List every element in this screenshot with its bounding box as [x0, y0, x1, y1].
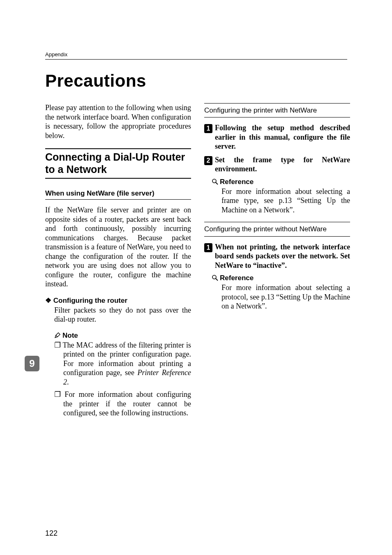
- subheading-with-netware: Configuring the printer with NetWare: [204, 103, 350, 117]
- chapter-tab: 9: [25, 356, 39, 371]
- page-number: 122: [45, 529, 58, 538]
- running-header: Appendix: [45, 51, 347, 60]
- svg-point-2: [212, 275, 216, 279]
- note-item-1-tail: .: [67, 378, 69, 386]
- step-b1: 1 When not printing, the network interfa…: [204, 242, 350, 270]
- note-item-2: For more information about configuring t…: [54, 390, 191, 418]
- step-number-2-icon: 2: [204, 156, 212, 165]
- reference-label-2: Reference: [220, 274, 254, 282]
- step-a2-text: Set the frame type for NetWare environme…: [215, 155, 350, 174]
- step-b1-text: When not printing, the network interface…: [215, 242, 350, 270]
- step-a1: 1 Following the setup method described e…: [204, 123, 350, 151]
- netware-body: If the NetWare file server and printer a…: [45, 205, 191, 289]
- reference-label-1: Reference: [220, 178, 254, 186]
- configuring-router-body: Filter packets so they do not pass over …: [54, 306, 191, 324]
- svg-line-3: [216, 279, 218, 281]
- configuring-router-heading: ❖ Configuring the router: [45, 296, 191, 305]
- section-heading-dialup: Connecting a Dial-Up Router to a Network: [45, 148, 191, 179]
- subheading-without-netware: Configuring the printer without NetWare: [204, 222, 350, 236]
- step-number-1b-icon: 1: [204, 243, 212, 252]
- reference-text-2: For more information about selecting a p…: [221, 283, 350, 311]
- page-title: Precautions: [45, 71, 353, 91]
- note-list: The MAC address of the filtering printer…: [54, 341, 191, 418]
- step-number-1-icon: 1: [204, 124, 212, 133]
- note-heading: Note: [54, 332, 191, 340]
- step-a1-text: Following the setup method described ear…: [215, 123, 350, 151]
- reference-heading-1: Reference: [212, 178, 350, 186]
- intro-paragraph: Please pay attention to the following wh…: [45, 103, 191, 140]
- right-column: Configuring the printer with NetWare 1 F…: [204, 103, 350, 424]
- step-a2: 2 Set the frame type for NetWare environ…: [204, 155, 350, 174]
- left-column: Please pay attention to the following wh…: [45, 103, 191, 424]
- pencil-icon: [54, 332, 61, 339]
- reference-heading-2: Reference: [212, 274, 350, 282]
- svg-line-1: [216, 182, 218, 184]
- reference-text-1: For more information about selecting a f…: [221, 187, 350, 215]
- note-label-text: Note: [62, 332, 78, 339]
- svg-point-0: [212, 179, 216, 183]
- note-item-1: The MAC address of the filtering printer…: [54, 341, 191, 387]
- magnifier-icon: [212, 274, 218, 281]
- magnifier-icon: [212, 178, 218, 185]
- subheading-netware: When using NetWare (file server): [45, 189, 191, 200]
